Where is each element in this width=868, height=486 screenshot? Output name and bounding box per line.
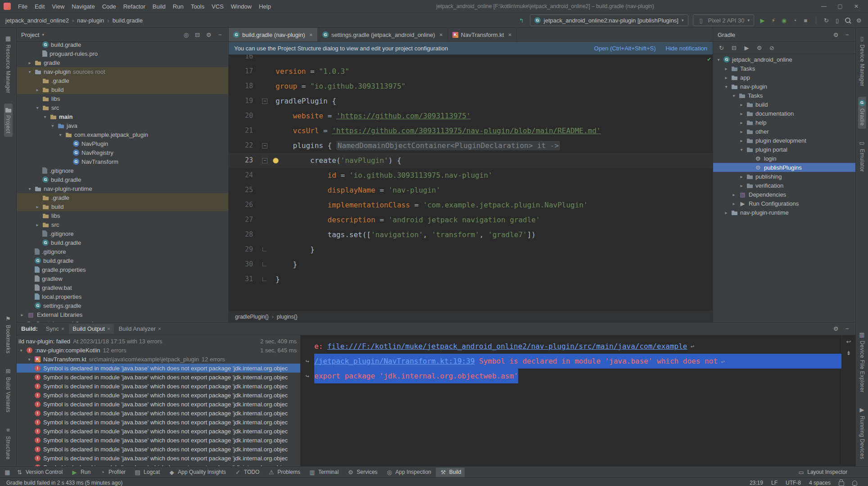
menu-edit[interactable]: Edit	[31, 1, 48, 12]
chevron-down-icon[interactable]: ▾	[739, 147, 744, 152]
gradle-item-documentation[interactable]: ▸documentation	[713, 109, 855, 118]
gradle-item-other[interactable]: ▸other	[713, 127, 855, 136]
chevron-right-icon[interactable]: ▸	[35, 222, 40, 227]
project-item-build-gradle[interactable]: Gbuild.gradle	[17, 256, 228, 265]
profile-icon[interactable]: ◔	[791, 17, 799, 24]
build-tree-row[interactable]: !Symbol is declared in module 'java.base…	[17, 382, 300, 391]
project-item-nav-plugin-runtime[interactable]: ▾nav-plugin-runtime	[17, 184, 228, 193]
build-tree-row[interactable]: !Symbol is declared in module 'java.base…	[17, 373, 300, 382]
window-close-button[interactable]: ✕	[848, 3, 864, 9]
chevron-right-icon[interactable]: ▸	[731, 201, 737, 206]
window-maximize-button[interactable]: ▢	[832, 3, 848, 9]
gradle-item-help[interactable]: ▸help	[713, 118, 855, 127]
build-tree-row[interactable]: ild nav-plugin: failed At 2023/11/18 17:…	[17, 337, 300, 346]
project-item-com-example-jetpack-plugin[interactable]: ▾com.example.jetpack_plugin	[17, 130, 228, 139]
tool-button-gradle[interactable]: GGradle	[858, 97, 866, 129]
sync-gradle-icon[interactable]: ↻	[823, 17, 830, 24]
build-tree-row[interactable]: !Symbol is declared in module 'java.base…	[17, 400, 300, 409]
editor-tab-settings-gradle-jetpack-android-online[interactable]: Gsettings.gradle (jetpack_android_online…	[318, 28, 448, 41]
chevron-right-icon[interactable]: ▸	[739, 138, 744, 143]
console-link[interactable]: /jetpack_plugin/NavTransform.kt:19:39	[314, 357, 475, 365]
menu-file[interactable]: File	[14, 1, 31, 12]
open-project-structure-link[interactable]: Open (Ctrl+Alt+Shift+S)	[594, 45, 656, 52]
menu-vcs[interactable]: VCS	[208, 1, 227, 12]
device-manager-icon[interactable]: ▯	[833, 17, 841, 24]
fold-marker-icon[interactable]	[258, 272, 270, 287]
project-item-build[interactable]: ▸build	[17, 85, 228, 94]
build-tree-row[interactable]: !Symbol is declared in module 'java.base…	[17, 445, 300, 454]
tool-button-device-manager[interactable]: ▯Device Manager	[857, 32, 867, 90]
close-tab-icon[interactable]: ✕	[61, 327, 65, 331]
settings-icon[interactable]: ⚙	[855, 17, 863, 24]
build-console[interactable]: e: file:///F:/kotlin/muke/jetpack_androi…	[301, 335, 841, 467]
project-item-navplugin[interactable]: GNavPlugin	[17, 139, 228, 148]
gradle-item-jetpack-android-online[interactable]: ▾Gjetpack_android_online	[713, 55, 855, 64]
fold-marker-icon[interactable]	[258, 153, 270, 168]
tool-window-button-problems[interactable]: ⚠Problems	[264, 468, 304, 477]
chevron-right-icon[interactable]: ▸	[27, 60, 32, 65]
gradle-item-publishing[interactable]: ▸publishing	[713, 172, 855, 181]
project-item-gradle[interactable]: .gradle	[17, 76, 228, 85]
console-line[interactable]: ↪/jetpack_plugin/NavTransform.kt:19:39 S…	[301, 354, 841, 369]
project-item-build-gradle[interactable]: Gbuild.gradle	[17, 40, 228, 49]
collapse-all-icon[interactable]: ⊟	[194, 31, 201, 39]
menu-refactor[interactable]: Refactor	[120, 1, 149, 12]
build-tree-row[interactable]: !Symbol is declared in module 'java.base…	[17, 409, 300, 418]
project-item-gitignore[interactable]: .gitignore	[17, 229, 228, 238]
build-tree-row[interactable]: !Symbol is declared in module 'java.base…	[17, 391, 300, 400]
chevron-down-icon[interactable]: ▾	[42, 32, 44, 37]
sync-gradle-icon[interactable]: ↻	[718, 44, 725, 52]
project-item-local-properties[interactable]: local.properties	[17, 292, 228, 301]
scroll-end-icon[interactable]: ⇟	[845, 349, 853, 357]
menu-window[interactable]: Window	[227, 1, 255, 12]
project-item-build-gradle[interactable]: Gbuild.gradle	[17, 175, 228, 184]
chevron-down-icon[interactable]: ▾	[50, 123, 55, 128]
build-tab-sync[interactable]: Sync✕	[42, 324, 68, 333]
menu-run[interactable]: Run	[169, 1, 187, 12]
tool-button-project[interactable]: Project	[4, 104, 13, 136]
build-tree-row[interactable]: !Symbol is declared in module 'java.base…	[17, 454, 300, 463]
inspection-stripe[interactable]: ✔	[705, 54, 713, 311]
menu-code[interactable]: Code	[99, 1, 120, 12]
menu-navigate[interactable]: Navigate	[68, 1, 98, 12]
back-arrow-icon[interactable]: ↰	[518, 17, 525, 24]
build-tree-row[interactable]: ▾!:nav-plugin:compileKotlin 12 errors1 s…	[17, 346, 300, 355]
project-item-main[interactable]: ▾main	[17, 112, 228, 121]
indent-style[interactable]: 4 spaces	[809, 480, 831, 486]
tool-button-emulator[interactable]: ▭Emulator	[857, 136, 867, 175]
settings-icon[interactable]: ⚙	[832, 31, 840, 39]
gradle-item-run-configurations[interactable]: ▸▶Run Configurations	[713, 199, 855, 208]
device-select[interactable]: ▯ Pixel 2 API 30 ▾	[693, 14, 754, 26]
window-minimize-button[interactable]: —	[816, 3, 832, 9]
tool-button-device-file-explorer[interactable]: ▥Device File Explorer	[857, 328, 867, 396]
tool-window-button-run[interactable]: ▶Run	[67, 468, 94, 477]
gradle-item-publishplugins[interactable]: ⚙publishPlugins	[713, 163, 855, 172]
hide-icon[interactable]: −	[216, 31, 224, 39]
chevron-right-icon[interactable]: ▸	[723, 66, 729, 71]
project-item-gitignore[interactable]: .gitignore	[17, 247, 228, 256]
close-tab-icon[interactable]: ✕	[508, 32, 511, 37]
editor-tab-build-gradle-nav-plugin[interactable]: Gbuild.gradle (nav-plugin)✕	[229, 28, 318, 41]
gradle-item-tasks[interactable]: ▸Tasks	[713, 64, 855, 73]
gradle-item-plugin-development[interactable]: ▸plugin development	[713, 136, 855, 145]
tool-button-resource-manager[interactable]: ▦Resource Manager	[4, 32, 13, 96]
chevron-right-icon[interactable]: ▸	[739, 102, 744, 107]
tool-windows-icon[interactable]: ▦	[4, 468, 11, 476]
project-item-libs[interactable]: libs	[17, 94, 228, 103]
project-item-gradlew[interactable]: gradlew	[17, 274, 228, 283]
offline-icon[interactable]: ⊘	[768, 44, 776, 52]
menu-help[interactable]: Help	[255, 1, 275, 12]
fold-marker-icon[interactable]	[258, 242, 270, 257]
build-tree-row[interactable]: !Symbol is declared in module 'java.base…	[17, 427, 300, 436]
settings-icon[interactable]: ⚙	[832, 325, 840, 333]
tool-window-button-services[interactable]: ⚙Services	[343, 468, 381, 477]
tool-window-button-version-control[interactable]: ⇅Version Control	[12, 468, 66, 477]
code-editor[interactable]: 1617version = "1.0.3"18group = "io.githu…	[229, 54, 713, 311]
editor-breadcrumb-plugins[interactable]: plugins{}	[277, 314, 298, 320]
debug-icon[interactable]: ◉	[780, 17, 788, 24]
tool-window-button-profiler[interactable]: ◔Profiler	[95, 468, 129, 477]
project-item-scratches-and-consoles[interactable]: ▸Scratches and Consoles	[17, 319, 228, 322]
tool-window-button-logcat[interactable]: ▤Logcat	[130, 468, 163, 477]
tool-window-button-app-inspection[interactable]: ◎App Inspection	[382, 468, 434, 477]
breadcrumb-build-gradle[interactable]: build.gradle	[113, 17, 143, 24]
